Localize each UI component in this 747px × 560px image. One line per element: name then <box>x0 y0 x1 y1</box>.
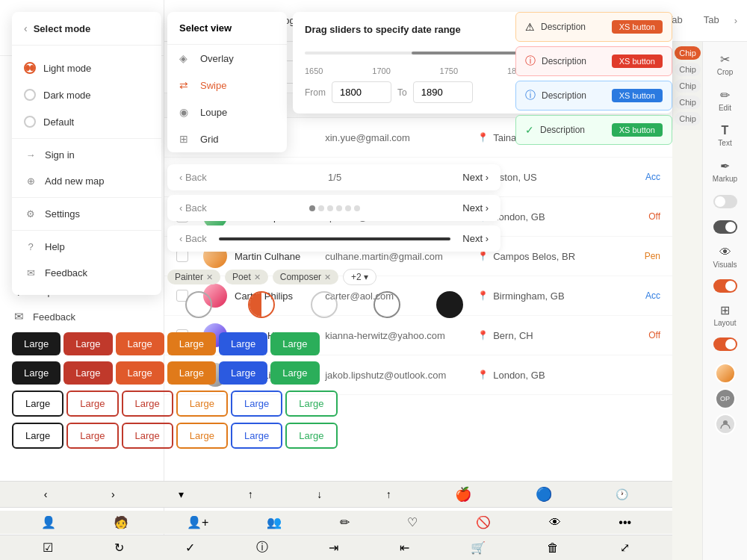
btn-orange-1[interactable]: Large <box>116 332 164 355</box>
panel-sign-in[interactable]: → Sign in <box>12 142 161 168</box>
tag-remove[interactable]: ✕ <box>206 273 213 282</box>
tab-5[interactable]: Tab <box>695 10 728 31</box>
toggle-layout-switch-1[interactable] <box>713 279 737 293</box>
tag-remove[interactable]: ✕ <box>324 273 331 282</box>
sv-loupe[interactable]: ◉ Loupe <box>167 99 287 125</box>
eye-icon[interactable]: 👁 <box>549 516 561 529</box>
btn-outline-black-2[interactable]: Large <box>12 423 63 449</box>
person-circle-icon[interactable]: 👤 <box>41 515 56 529</box>
btn-blue-1[interactable]: Large <box>219 332 267 355</box>
sidebar-item-feedback[interactable]: ✉ Feedback <box>0 304 164 329</box>
chip-5[interactable]: Chip <box>675 112 701 125</box>
arrow-down-icon[interactable]: ↓ <box>317 488 322 500</box>
drp-to-input[interactable] <box>413 81 473 103</box>
chrome-icon[interactable]: 🔵 <box>536 486 552 503</box>
circle-half-fill[interactable] <box>248 291 275 318</box>
rp-edit[interactable]: ✏ Edit <box>705 84 746 116</box>
rp-markup[interactable]: ✒ Markup <box>705 155 746 187</box>
btn-green-2[interactable]: Large <box>270 361 319 385</box>
btn-red-2[interactable]: Large <box>63 361 112 385</box>
btn-amber-1[interactable]: Large <box>167 332 216 355</box>
btn-outline-green-1[interactable]: Large <box>285 391 337 417</box>
sv-swipe[interactable]: ⇄ Swipe <box>167 72 287 99</box>
more-icon[interactable]: ••• <box>619 516 631 529</box>
row-checkbox[interactable] <box>176 250 188 262</box>
refresh-icon[interactable]: ↻ <box>114 541 124 555</box>
avatar-2[interactable]: OP <box>715 388 736 409</box>
btn-amber-2[interactable]: Large <box>167 361 216 385</box>
chevron-down-icon[interactable]: ▾ <box>179 488 184 500</box>
account-cell[interactable]: Acc <box>599 290 660 301</box>
toggle-layout-switch-2[interactable] <box>713 337 737 351</box>
alert-xs-button[interactable]: XS button <box>612 20 663 34</box>
progress-slider[interactable] <box>219 237 450 240</box>
chip-2[interactable]: Chip <box>675 63 701 76</box>
btn-outline-red-1[interactable]: Large <box>66 391 118 417</box>
rp-layout[interactable]: ⊞ Layout <box>705 299 746 332</box>
rp-visuals[interactable]: 👁 Visuals <box>705 241 746 273</box>
account-cell[interactable]: Pen <box>599 251 660 261</box>
tag-more[interactable]: +2 ▾ <box>343 269 376 285</box>
back-button-2[interactable]: ‹ Back <box>179 202 207 214</box>
btn-outline-blue-2[interactable]: Large <box>231 423 282 449</box>
btn-outline-orange-2[interactable]: Large <box>176 423 228 449</box>
panel-settings[interactable]: ⚙ Settings <box>12 201 161 227</box>
btn-black-1[interactable]: Large <box>12 332 61 355</box>
avatar-3[interactable] <box>715 414 736 435</box>
btn-black-2[interactable]: Large <box>12 361 61 385</box>
btn-outline-red-3[interactable]: Large <box>66 423 118 449</box>
checkbox-icon[interactable]: ☑ <box>43 541 53 555</box>
next-button-3[interactable]: Next › <box>462 233 489 244</box>
group-icon[interactable]: 👥 <box>267 515 282 529</box>
rp-crop[interactable]: ✂ Crop <box>705 48 746 81</box>
avatar-1[interactable] <box>715 363 736 384</box>
sv-grid[interactable]: ⊞ Grid <box>167 125 287 152</box>
person-icon[interactable]: 🧑 <box>114 515 128 529</box>
circle-filled[interactable] <box>436 291 463 318</box>
alert-xs-button[interactable]: XS button <box>612 89 663 102</box>
apple-icon[interactable]: 🍎 <box>455 486 471 503</box>
radio-light-mode[interactable]: Light mode <box>12 55 161 81</box>
btn-orange-2[interactable]: Large <box>116 361 164 385</box>
radio-dark-mode[interactable]: Dark mode <box>12 81 161 108</box>
panel-feedback[interactable]: ✉ Feedback <box>12 260 161 286</box>
circle-open-1[interactable] <box>185 291 212 318</box>
arrow-up-2-icon[interactable]: ↑ <box>386 488 391 500</box>
sv-overlay[interactable]: ◈ Overlay <box>167 45 287 72</box>
next-button-2[interactable]: Next › <box>462 202 489 214</box>
arrow-right-icon[interactable]: › <box>111 488 115 500</box>
logout-icon[interactable]: ⇤ <box>400 541 409 555</box>
panel-add-map[interactable]: ⊕ Add new map <box>12 168 161 194</box>
radio-default[interactable]: Default <box>12 108 161 135</box>
login-icon[interactable]: ⇥ <box>329 541 338 555</box>
btn-outline-green-2[interactable]: Large <box>285 423 337 449</box>
btn-blue-2[interactable]: Large <box>219 361 267 385</box>
drp-from-input[interactable] <box>332 81 391 103</box>
rp-text[interactable]: T Text <box>705 119 746 152</box>
expand-icon[interactable]: ⤢ <box>620 541 630 555</box>
alert-xs-button[interactable]: XS button <box>612 123 663 137</box>
cart-icon[interactable]: 🛒 <box>471 541 486 555</box>
panel-back-icon[interactable]: ‹ <box>24 22 28 34</box>
panel-help[interactable]: ? Help <box>12 234 161 260</box>
toggle-markup-switch[interactable] <box>713 195 737 208</box>
circle-bordered[interactable] <box>374 291 400 318</box>
account-cell[interactable]: Off <box>599 211 660 222</box>
btn-red-1[interactable]: Large <box>63 332 112 355</box>
arrow-right-icon[interactable]: › <box>731 12 740 29</box>
btn-outline-black-1[interactable]: Large <box>12 391 63 417</box>
circle-check-icon[interactable]: ✓ <box>185 541 195 555</box>
clock-icon[interactable]: 🕐 <box>616 488 628 500</box>
btn-outline-blue-1[interactable]: Large <box>231 391 282 417</box>
btn-outline-red-4[interactable]: Large <box>122 423 173 449</box>
arrow-up-icon[interactable]: ↑ <box>248 488 253 500</box>
next-button-1[interactable]: Next › <box>462 172 489 183</box>
add-person-icon[interactable]: 👤+ <box>187 515 208 529</box>
chip-4[interactable]: Chip <box>675 96 701 109</box>
tag-remove[interactable]: ✕ <box>254 273 261 282</box>
chip-1[interactable]: Chip <box>675 46 701 60</box>
btn-outline-orange-1[interactable]: Large <box>176 391 228 417</box>
btn-outline-red-2[interactable]: Large <box>122 391 173 417</box>
arrow-left-icon[interactable]: ‹ <box>44 488 48 500</box>
alert-xs-button[interactable]: XS button <box>612 55 663 68</box>
